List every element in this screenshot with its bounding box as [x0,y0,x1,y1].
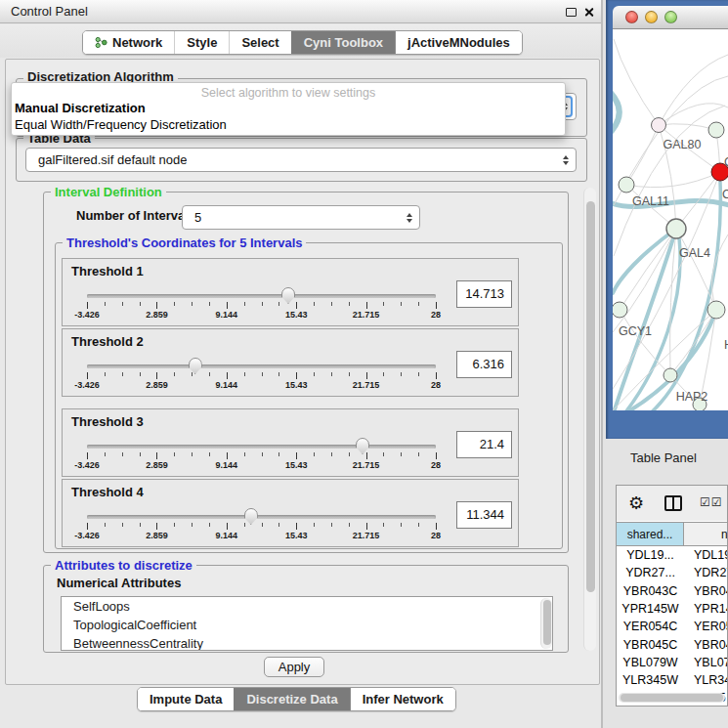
tab-cyni-toolbox[interactable]: Cyni Toolbox [291,31,395,54]
table-row[interactable]: YBR043CYBR04 [617,584,727,602]
table-cell: YDR27 [684,566,727,583]
network-node[interactable] [613,302,627,318]
threshold-slider[interactable] [87,445,436,449]
right-region: GAL80GGAL11CGAL4GCY1HHAP2 Table Panel ⚙ … [603,0,728,728]
network-edge[interactable] [613,200,728,206]
slider-tick [366,372,367,379]
threshold-label: Threshold 3 [71,414,144,429]
slider-scale: -3.4262.8599.14415.4321.71528 [87,302,436,323]
network-node[interactable] [652,118,666,133]
tab-infer-network[interactable]: Infer Network [350,688,455,710]
slider-tick [331,302,332,306]
network-edge[interactable] [659,124,716,130]
gear-icon[interactable]: ⚙ [628,492,644,513]
close-traffic-light[interactable] [625,11,638,23]
table-cell: YLR34 [684,673,727,691]
num-intervals-label: Number of Intervals [76,208,195,223]
columns-icon[interactable] [664,495,682,511]
network-edge[interactable] [613,93,620,131]
threshold-value-field[interactable]: 14.713 [456,280,512,308]
table-row[interactable]: YBL079WYBL07 [617,656,727,673]
panel-scrollbar[interactable] [583,188,596,651]
tab-network[interactable]: Network [83,31,174,54]
network-node-label: GAL4 [679,246,710,260]
network-node-label: GCY1 [619,324,652,338]
tab-impute-data[interactable]: Impute Data [138,688,234,710]
group-label: Threshold's Coordinates for 5 Intervals [63,236,306,250]
scrollbar-thumb[interactable] [543,600,551,645]
slider-tick [278,372,279,376]
network-edge[interactable] [626,172,720,188]
tab-label: Cyni Toolbox [304,35,383,50]
slider-tick [140,302,141,306]
table-horizontal-scrollbar[interactable] [619,693,725,703]
threshold-panel: Threshold 1 -3.4262.8599.14415.4321.7152… [62,258,519,326]
attribute-item-betweennesscentrality[interactable]: BetweennessCentrality [62,634,552,651]
table-cell: YBR04 [684,638,727,656]
slider-tick [401,452,402,456]
tab-jactivemnodules[interactable]: jActiveMNodules [395,31,522,54]
table-data-select[interactable]: galFiltered.sif default node [25,148,577,172]
table-column-header[interactable]: shared... [617,523,684,545]
table-row[interactable]: YDR27...YDR27 [617,566,727,583]
slider-tick [418,452,419,456]
popup-option-manual-discretization[interactable]: Manual Discretization [12,100,565,116]
scrollbar-thumb[interactable] [586,201,595,592]
close-icon[interactable] [583,7,594,18]
threshold-value-field[interactable]: 6.316 [456,351,512,378]
threshold-slider[interactable] [87,294,436,298]
select-columns-checkboxes-icon[interactable]: ☑☑ [700,495,723,509]
network-node[interactable] [708,122,724,138]
zoom-traffic-light[interactable] [664,11,677,23]
attribute-item-selfloops[interactable]: SelfLoops [62,597,552,616]
tab-select[interactable]: Select [229,31,290,54]
network-node[interactable] [707,301,725,319]
slider-tick [349,302,350,306]
network-window-titlebar[interactable] [613,6,728,29]
threshold-label: Threshold 1 [71,264,144,278]
threshold-slider[interactable] [87,515,436,519]
network-edge[interactable] [659,55,728,125]
slider-tick [401,372,402,376]
threshold-slider[interactable] [87,364,436,368]
network-view[interactable]: GAL80GGAL11CGAL4GCY1HHAP2 [613,29,728,410]
tab-discretize-data[interactable]: Discretize Data [234,688,349,710]
table-column-header[interactable]: na [684,523,727,545]
slider-tick [227,523,228,530]
float-window-button[interactable] [566,8,577,17]
tab-style[interactable]: Style [174,31,229,54]
table-row[interactable]: YLR345WYLR34 [617,673,727,691]
table-row[interactable]: YER054CYER05 [617,620,727,637]
attribute-item-topologicalcoefficient[interactable]: TopologicalCoefficient [62,616,552,634]
threshold-value-field[interactable]: 21.4 [456,431,512,458]
popup-option-equal-width-frequency-discretization[interactable]: Equal Width/Frequency Discretization [12,116,565,133]
minimize-traffic-light[interactable] [645,11,658,23]
table-header-row: shared...na [617,522,727,546]
slider-tick [209,372,210,376]
slider-tick [244,372,245,376]
table-row[interactable]: YPR145WYPR14 [617,602,727,620]
slider-tick [436,452,437,459]
slider-tick [314,372,315,376]
slider-tick [87,452,88,459]
table-row[interactable]: YBR045CYBR04 [617,638,727,656]
numerical-attributes-list[interactable]: SelfLoopsTopologicalCoefficientBetweenne… [61,596,553,651]
table-data-value: galFiltered.sif default node [26,152,187,167]
tick-label: 28 [431,531,441,540]
network-edge[interactable] [618,231,680,410]
threshold-value-field[interactable]: 11.344 [456,501,512,529]
tick-label: -3.426 [74,310,100,320]
network-node[interactable] [664,368,677,382]
slider-tick [418,372,419,376]
network-canvas[interactable]: GAL80GGAL11CGAL4GCY1HHAP2 [613,29,728,410]
apply-button[interactable]: Apply [264,657,324,677]
tick-label: 15.43 [285,310,308,320]
network-node[interactable] [619,177,634,193]
attributes-scrollbar[interactable] [540,598,552,649]
network-node[interactable] [666,219,686,238]
slider-tick [87,302,88,309]
scrollbar-thumb[interactable] [621,694,723,702]
tab-label: Infer Network [363,692,444,707]
num-intervals-select[interactable]: 5 [182,205,420,230]
table-row[interactable]: YDL19...YDL19 [617,548,727,566]
